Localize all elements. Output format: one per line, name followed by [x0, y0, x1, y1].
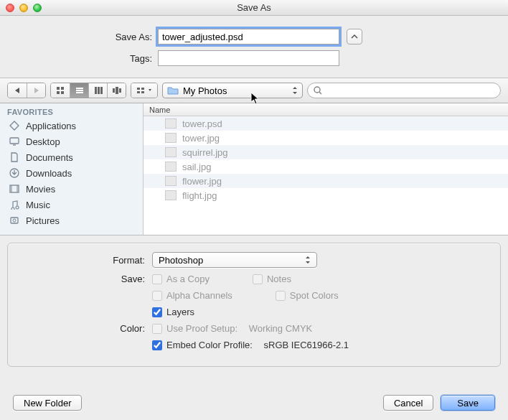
- file-icon: [165, 133, 177, 143]
- embed-profile-checkbox[interactable]: Embed Color Profile: sRGB IEC61966-2.1: [152, 340, 349, 350]
- file-row[interactable]: flight.jpg: [144, 188, 508, 202]
- search-field[interactable]: [307, 83, 501, 98]
- sidebar-item-label: Music: [26, 200, 50, 210]
- downloads-icon: [9, 167, 20, 179]
- arrange-button[interactable]: [131, 83, 157, 98]
- alpha-checkbox[interactable]: Alpha Channels: [152, 290, 232, 301]
- options-panel: Format: Photoshop Save: As a Copy Notes …: [7, 243, 501, 367]
- chevron-down-icon: [148, 89, 152, 92]
- file-icon: [165, 162, 177, 172]
- updown-arrows-icon: [305, 256, 311, 264]
- file-name: sail.jpg: [182, 162, 211, 172]
- color-label: Color:: [19, 323, 152, 334]
- group-segment: [131, 83, 158, 98]
- sidebar-item-label: Applications: [26, 121, 76, 131]
- file-name: flight.jpg: [182, 190, 217, 201]
- sidebar-item-documents[interactable]: Documents: [0, 149, 143, 165]
- sidebar-item-label: Movies: [26, 184, 55, 195]
- file-row[interactable]: sail.jpg: [144, 159, 508, 174]
- sidebar-item-desktop[interactable]: Desktop: [0, 134, 143, 149]
- svg-rect-13: [137, 88, 140, 90]
- svg-rect-19: [10, 138, 19, 144]
- svg-rect-5: [76, 90, 83, 91]
- nav-back-button[interactable]: [8, 83, 27, 98]
- view-icons-button[interactable]: [51, 83, 70, 98]
- location-popup[interactable]: My Photos: [162, 83, 303, 98]
- layers-checkbox[interactable]: Layers: [152, 307, 339, 317]
- view-columns-button[interactable]: [88, 83, 107, 98]
- sidebar-item-label: Desktop: [26, 136, 60, 147]
- save-button[interactable]: Save: [441, 395, 495, 411]
- coverflow-icon: [112, 86, 122, 95]
- documents-icon: [9, 151, 20, 163]
- footer: New Folder Cancel Save: [0, 386, 508, 420]
- sidebar-item-label: Pictures: [26, 215, 60, 226]
- updown-arrows-icon: [292, 86, 298, 95]
- saveas-input[interactable]: [158, 29, 339, 45]
- svg-rect-11: [116, 87, 118, 94]
- file-icon: [165, 118, 177, 129]
- svg-rect-7: [95, 87, 97, 94]
- file-row[interactable]: flower.jpg: [144, 174, 508, 188]
- folder-icon: [167, 86, 179, 95]
- nav-back-forward: [7, 83, 46, 98]
- proof-value: Working CMYK: [249, 323, 313, 334]
- svg-rect-9: [100, 87, 103, 94]
- file-row[interactable]: squirrel.jpg: [144, 145, 508, 159]
- svg-rect-10: [113, 88, 115, 93]
- svg-rect-4: [76, 88, 83, 89]
- notes-checkbox[interactable]: Notes: [253, 274, 291, 284]
- tags-input[interactable]: [158, 50, 339, 66]
- svg-point-26: [13, 219, 16, 222]
- nav-forward-button[interactable]: [27, 83, 45, 98]
- form-area: Save As: Tags:: [0, 16, 508, 78]
- expand-toggle-button[interactable]: [347, 29, 362, 45]
- proof-checkbox[interactable]: Use Proof Setup: Working CMYK: [152, 323, 349, 334]
- file-icon: [165, 190, 177, 200]
- saveas-label: Save As:: [0, 32, 158, 42]
- svg-rect-15: [141, 88, 144, 90]
- view-list-button[interactable]: [70, 83, 88, 98]
- sidebar-item-pictures[interactable]: Pictures: [0, 213, 143, 228]
- spot-checkbox[interactable]: Spot Colors: [276, 290, 339, 301]
- new-folder-button[interactable]: New Folder: [13, 395, 82, 411]
- view-mode-segment: [50, 83, 126, 98]
- file-icon: [165, 147, 177, 157]
- format-select[interactable]: Photoshop: [152, 252, 317, 268]
- svg-rect-1: [61, 87, 64, 90]
- search-icon: [314, 86, 322, 95]
- file-row[interactable]: tower.psd: [144, 116, 508, 131]
- grid-icon: [56, 86, 65, 95]
- save-label: Save:: [19, 274, 152, 284]
- app-icon: [9, 120, 20, 131]
- svg-rect-0: [57, 87, 60, 90]
- sidebar-item-movies[interactable]: Movies: [0, 181, 143, 197]
- desktop-icon: [9, 136, 20, 147]
- svg-point-17: [314, 87, 320, 93]
- sidebar-header: FAVORITES: [0, 103, 143, 118]
- view-coverflow-button[interactable]: [107, 83, 126, 98]
- file-browser: FAVORITES Applications Desktop Documents…: [0, 103, 508, 235]
- search-input[interactable]: [326, 85, 494, 96]
- column-header-name[interactable]: Name: [144, 103, 508, 116]
- arrange-icon: [136, 86, 146, 95]
- sidebar-item-music[interactable]: Music: [0, 197, 143, 213]
- ascopy-checkbox[interactable]: As a Copy: [152, 274, 210, 284]
- sidebar-item-downloads[interactable]: Downloads: [0, 165, 143, 181]
- triangle-left-icon: [14, 87, 20, 94]
- file-pane: Name tower.psd tower.jpg squirrel.jpg sa…: [144, 103, 508, 235]
- sidebar: FAVORITES Applications Desktop Documents…: [0, 103, 144, 235]
- svg-line-18: [319, 92, 321, 94]
- file-row[interactable]: tower.jpg: [144, 131, 508, 145]
- location-label: My Photos: [183, 85, 227, 96]
- file-icon: [165, 176, 177, 186]
- sidebar-item-applications[interactable]: Applications: [0, 118, 143, 134]
- pictures-icon: [9, 215, 20, 226]
- cancel-button[interactable]: Cancel: [383, 395, 433, 411]
- file-name: tower.psd: [182, 118, 222, 129]
- list-icon: [75, 86, 84, 95]
- format-label: Format:: [19, 255, 152, 266]
- toolbar: My Photos: [0, 78, 508, 103]
- file-name: squirrel.jpg: [182, 147, 228, 158]
- window-title: Save As: [0, 2, 508, 13]
